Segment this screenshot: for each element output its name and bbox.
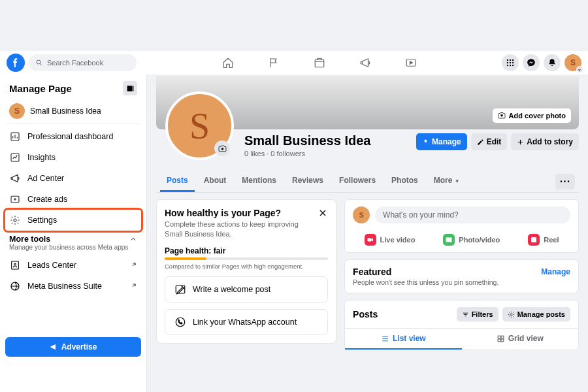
home-icon[interactable] <box>215 53 241 73</box>
posts-card: Posts Filters Manage posts List view Gri… <box>344 300 579 350</box>
featured-manage-link[interactable]: Manage <box>541 267 570 276</box>
tab-more[interactable]: More ▼ <box>427 171 466 192</box>
marketplace-icon[interactable] <box>306 53 333 73</box>
page-avatar-icon: S <box>9 103 25 119</box>
chevron-up-icon <box>129 235 137 243</box>
insights-icon <box>9 152 21 163</box>
health-bar <box>165 257 328 260</box>
sidebar-title: Manage Page <box>9 83 72 94</box>
tab-about[interactable]: About <box>197 171 233 192</box>
megaphone-icon[interactable] <box>352 53 378 73</box>
photo-icon <box>443 234 455 246</box>
sidebar-item-settings[interactable]: Settings <box>5 210 141 231</box>
svg-rect-32 <box>501 336 504 338</box>
menu-grid-icon[interactable] <box>502 54 519 71</box>
dashboard-icon <box>9 131 21 142</box>
video-icon <box>365 234 376 246</box>
svg-point-11 <box>510 65 511 66</box>
tab-mentions[interactable]: Mentions <box>235 171 283 192</box>
facebook-logo[interactable] <box>7 54 25 72</box>
svg-point-5 <box>510 59 511 61</box>
more-options-button[interactable]: ··· <box>555 174 575 189</box>
camera-icon[interactable] <box>214 140 230 156</box>
composer-card: S What's on your mind? Live video Photo/… <box>344 199 579 253</box>
svg-point-30 <box>510 314 512 316</box>
notifications-icon[interactable] <box>544 54 561 71</box>
chevron-down-icon: ⌄ <box>576 66 583 73</box>
svg-rect-33 <box>498 339 500 342</box>
featured-card: FeaturedManage People won't see this unl… <box>344 259 579 293</box>
svg-point-0 <box>37 60 41 64</box>
reel-option[interactable]: Reel <box>528 234 559 246</box>
messenger-icon[interactable] <box>523 54 540 71</box>
sidebar-meta-suite[interactable]: Meta Business Suite <box>5 276 141 297</box>
sidebar-item-dashboard[interactable]: Professional dashboard <box>5 126 141 147</box>
svg-point-28 <box>448 238 449 240</box>
svg-line-1 <box>41 64 42 66</box>
sidebar-more-tools[interactable]: More tools Manage your business across M… <box>5 231 141 255</box>
svg-point-9 <box>512 62 514 63</box>
svg-point-10 <box>507 65 508 66</box>
edit-button[interactable]: Edit <box>471 133 508 150</box>
manage-posts-button[interactable]: Manage posts <box>502 307 570 321</box>
svg-point-8 <box>510 62 511 63</box>
svg-point-4 <box>507 59 508 61</box>
sidebar-tool-icon[interactable] <box>123 81 137 95</box>
leads-icon <box>9 260 21 270</box>
svg-rect-14 <box>132 86 133 91</box>
svg-point-12 <box>512 65 514 66</box>
tab-reviews[interactable]: Reviews <box>286 171 330 192</box>
watch-icon[interactable] <box>398 53 424 73</box>
sidebar-leads-center[interactable]: Leads Center <box>5 255 141 276</box>
external-icon <box>131 261 137 270</box>
page-avatar[interactable]: S <box>165 91 234 160</box>
svg-point-7 <box>507 62 508 63</box>
add-story-button[interactable]: Add to story <box>511 133 579 150</box>
gear-icon <box>9 215 21 225</box>
svg-point-6 <box>512 59 514 61</box>
composer-avatar: S <box>353 206 370 223</box>
ad-center-icon <box>9 173 21 184</box>
svg-rect-13 <box>127 86 132 91</box>
welcome-post-action[interactable]: Write a welcome post <box>165 276 328 302</box>
page-title: Small Business Idea <box>244 133 370 148</box>
composer-input[interactable]: What's on your mind? <box>375 206 570 223</box>
topbar: Search Facebook S⌄ <box>0 51 588 74</box>
manage-button[interactable]: Manage <box>416 133 467 150</box>
page-stats: 0 likes · 0 followers <box>244 150 370 157</box>
add-cover-button[interactable]: Add cover photo <box>493 108 571 123</box>
external-icon <box>131 282 137 291</box>
sidebar-page-link[interactable]: S Small Business Idea <box>5 99 141 123</box>
reel-icon <box>528 234 540 246</box>
sidebar-item-create-ads[interactable]: Create ads <box>5 189 141 210</box>
svg-point-18 <box>14 219 16 221</box>
grid-view-tab[interactable]: Grid view <box>462 329 578 350</box>
sidebar-item-ad-center[interactable]: Ad Center <box>5 168 141 189</box>
svg-rect-26 <box>367 238 371 242</box>
tab-followers[interactable]: Followers <box>333 171 382 192</box>
svg-point-20 <box>14 263 16 265</box>
advertise-button[interactable]: Advertise <box>5 337 141 357</box>
page-health-card: How healthy is your Page? Complete these… <box>156 199 336 344</box>
svg-point-23 <box>221 148 223 150</box>
sidebar-item-insights[interactable]: Insights <box>5 147 141 168</box>
page-tabs: Posts About Mentions Reviews Followers P… <box>160 171 466 192</box>
create-ads-icon <box>9 194 21 204</box>
search-input[interactable]: Search Facebook <box>29 54 137 71</box>
tab-photos[interactable]: Photos <box>385 171 425 192</box>
svg-rect-34 <box>501 339 504 342</box>
list-view-tab[interactable]: List view <box>345 329 461 350</box>
photo-video-option[interactable]: Photo/video <box>443 234 500 246</box>
close-icon[interactable] <box>318 208 328 221</box>
svg-point-25 <box>176 318 185 327</box>
svg-rect-2 <box>315 60 324 67</box>
whatsapp-action[interactable]: Link your WhatsApp account <box>165 309 328 335</box>
flag-icon[interactable] <box>261 53 287 73</box>
svg-point-22 <box>500 115 502 117</box>
live-video-option[interactable]: Live video <box>365 234 416 246</box>
account-avatar[interactable]: S⌄ <box>564 54 581 71</box>
tab-posts[interactable]: Posts <box>160 171 195 192</box>
filters-button[interactable]: Filters <box>457 307 498 321</box>
svg-rect-31 <box>498 336 500 338</box>
meta-icon <box>9 281 21 291</box>
